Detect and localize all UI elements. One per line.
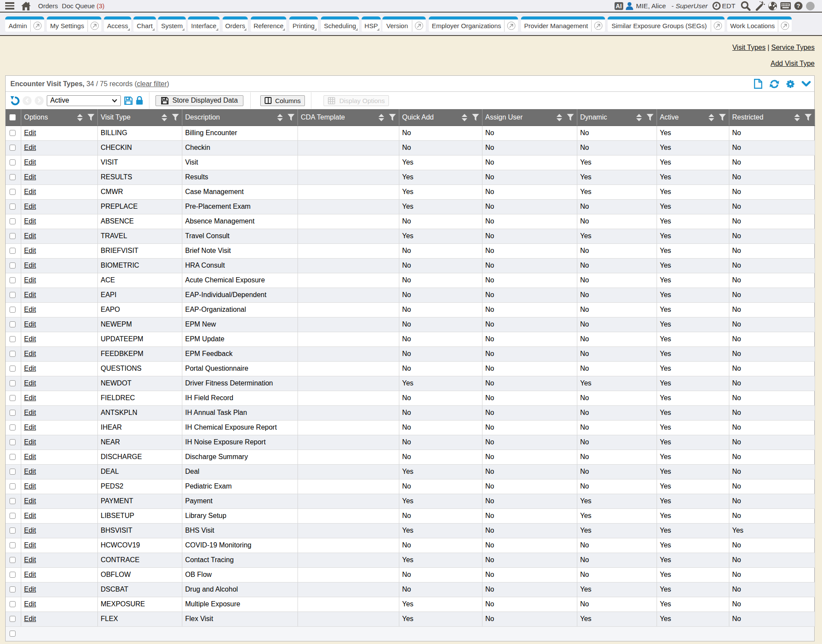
svg-text:?: ? [796,3,800,9]
